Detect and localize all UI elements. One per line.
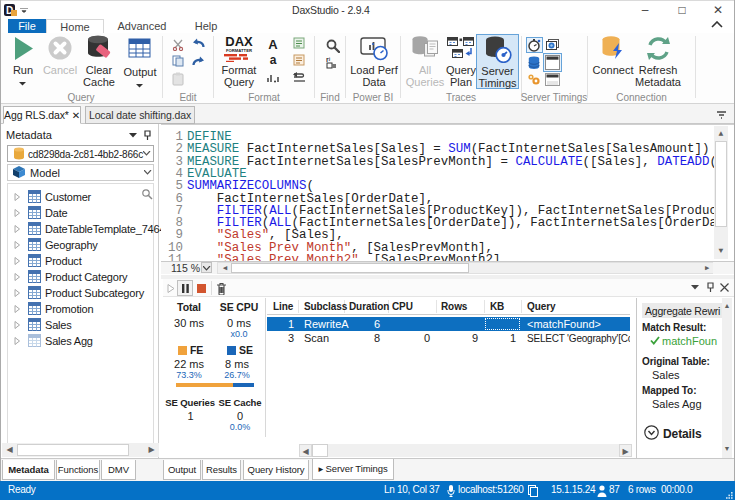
svg-text:rʲ: rʲ [326, 56, 331, 63]
svg-text:FORMATTER: FORMATTER [226, 48, 252, 53]
